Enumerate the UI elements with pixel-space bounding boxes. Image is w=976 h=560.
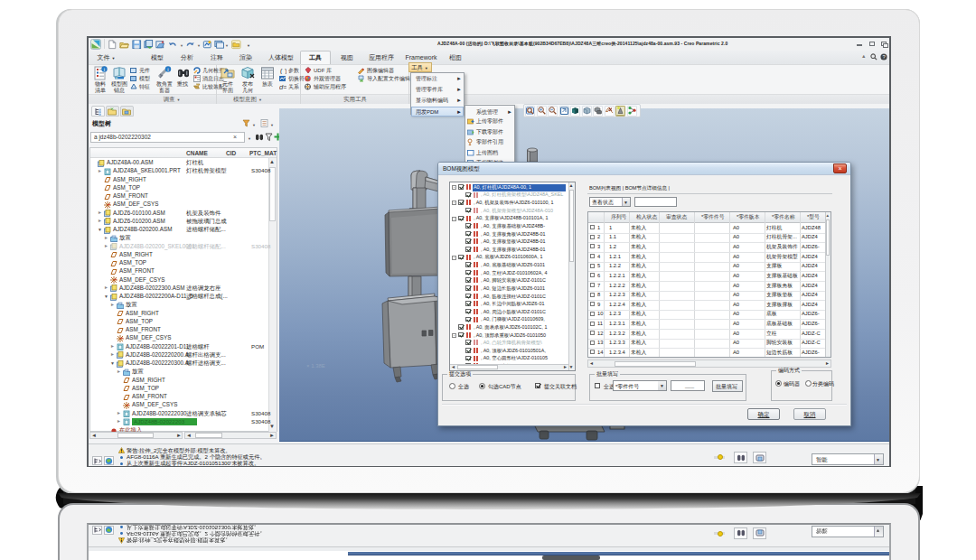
svg-text:(): () xyxy=(279,67,286,74)
svg-text:d=: d= xyxy=(279,83,286,90)
svg-text:i: i xyxy=(104,67,105,72)
svg-text:i: i xyxy=(167,67,168,72)
svg-text:× 1.38E: × 1.38E xyxy=(306,363,325,369)
svg-text:?: ? xyxy=(882,54,885,60)
